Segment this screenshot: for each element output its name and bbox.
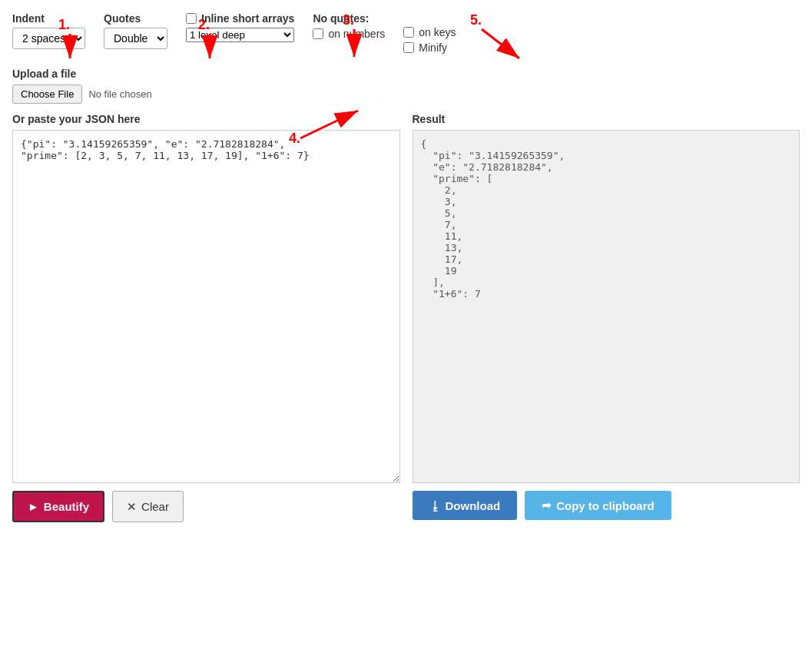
download-label: Download <box>446 499 501 512</box>
bottom-buttons: ► Beautify ✕ Clear <box>12 491 400 522</box>
copy-icon: ➦ <box>542 498 552 512</box>
x-icon: ✕ <box>127 500 137 514</box>
no-file-text: No file chosen <box>88 88 151 100</box>
clear-label: Clear <box>141 500 169 513</box>
result-label: Result <box>413 113 800 125</box>
keys-minify-group: on keys Minify <box>403 12 456 54</box>
inline-arrays-checkbox[interactable] <box>186 13 197 24</box>
copy-button[interactable]: ➦ Copy to clipboard <box>525 491 671 520</box>
result-output: { "pi": "3.14159265359", "e": "2.7182818… <box>413 130 800 483</box>
on-numbers-checkbox[interactable] <box>313 28 323 39</box>
result-buttons: ⭳ Download ➦ Copy to clipboard <box>413 491 800 520</box>
upload-section: Upload a file Choose File No file chosen <box>12 68 800 104</box>
paste-label: Or paste your JSON here <box>12 113 400 125</box>
download-icon: ⭳ <box>429 499 441 512</box>
quotes-group: Quotes Double Single <box>104 12 167 49</box>
quotes-label: Quotes <box>104 12 167 25</box>
minify-row: Minify <box>403 41 456 54</box>
file-row: Choose File No file chosen <box>12 84 800 104</box>
main-area: Or paste your JSON here {"pi": "3.141592… <box>12 113 800 522</box>
right-panel: Result { "pi": "3.14159265359", "e": "2.… <box>413 113 800 520</box>
indent-group: Indent 2 spaces 4 spaces 1 tab <box>12 12 85 49</box>
on-keys-checkbox[interactable] <box>403 27 414 38</box>
indent-label: Indent <box>12 12 85 25</box>
left-panel: Or paste your JSON here {"pi": "3.141592… <box>12 113 400 522</box>
minify-label: Minify <box>419 41 447 54</box>
noquotes-label: No quotes: <box>313 12 385 25</box>
choose-file-button[interactable]: Choose File <box>12 84 82 104</box>
quotes-select[interactable]: Double Single <box>104 28 167 49</box>
json-input[interactable]: {"pi": "3.14159265359", "e": "2.71828182… <box>12 130 400 483</box>
minify-checkbox[interactable] <box>403 42 414 53</box>
beautify-label: Beautify <box>44 500 89 513</box>
indent-select[interactable]: 2 spaces 4 spaces 1 tab <box>12 28 85 49</box>
on-keys-row: on keys <box>403 26 456 38</box>
inline-arrays-header: Inline short arrays <box>186 12 294 25</box>
clear-button[interactable]: ✕ Clear <box>112 491 184 522</box>
chevron-right-icon: ► <box>28 500 39 513</box>
download-button[interactable]: ⭳ Download <box>413 491 518 520</box>
page-wrapper: Indent 2 spaces 4 spaces 1 tab Quotes Do… <box>12 12 800 522</box>
on-numbers-label: on numbers <box>328 28 385 40</box>
noquotes-group: No quotes: on numbers <box>313 12 385 40</box>
top-controls: Indent 2 spaces 4 spaces 1 tab Quotes Do… <box>12 12 800 54</box>
on-keys-label: on keys <box>419 26 456 38</box>
on-numbers-row: on numbers <box>313 28 385 40</box>
upload-label: Upload a file <box>12 68 800 80</box>
inline-arrays-group: Inline short arrays 1 level deep 2 level… <box>186 12 294 42</box>
inline-arrays-select[interactable]: 1 level deep 2 levels deep All levels <box>186 28 294 42</box>
inline-arrays-label: Inline short arrays <box>201 12 294 25</box>
copy-label: Copy to clipboard <box>556 499 655 512</box>
beautify-button[interactable]: ► Beautify <box>12 491 104 522</box>
